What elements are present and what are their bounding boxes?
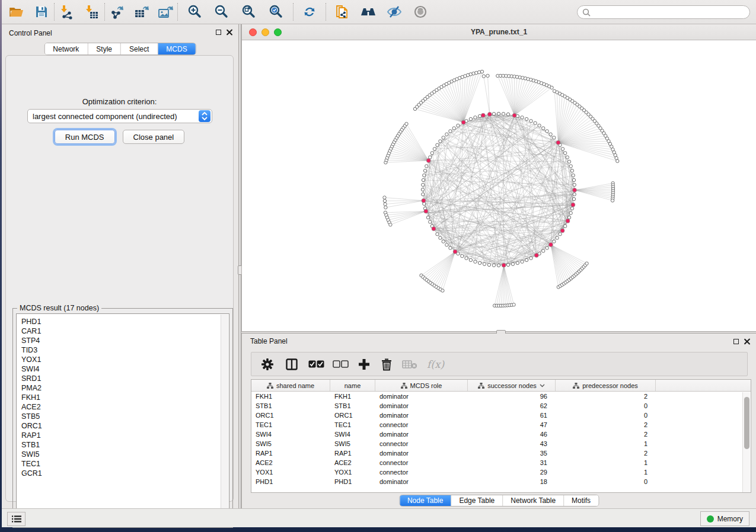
tab-select[interactable]: Select bbox=[121, 43, 158, 55]
cell-shared-name: YOX1 bbox=[251, 467, 330, 477]
cell-name: TEC1 bbox=[330, 420, 375, 430]
cell-shared-name: PHD1 bbox=[251, 477, 330, 486]
network-graph[interactable] bbox=[242, 40, 756, 331]
cell-MCDS-role: connector bbox=[375, 439, 468, 448]
toolbar-separator bbox=[326, 3, 326, 21]
zoom-fit-icon[interactable] bbox=[240, 3, 257, 21]
result-list-scrollbar[interactable] bbox=[221, 315, 228, 523]
close-panel-button[interactable]: Close panel bbox=[123, 130, 185, 144]
run-mcds-button[interactable]: Run MCDS bbox=[55, 130, 115, 144]
tab-network-table[interactable]: Network Table bbox=[503, 495, 564, 506]
mcds-result-item: SRD1 bbox=[21, 374, 224, 383]
table-scrollbar-thumb[interactable] bbox=[744, 397, 749, 449]
cell-MCDS-role: connector bbox=[375, 467, 468, 477]
cell-predecessor-nodes: 2 bbox=[556, 392, 656, 401]
mcds-result-item: TID3 bbox=[21, 345, 224, 355]
table-row-FKH1[interactable]: FKH1FKH1dominator962 bbox=[251, 392, 751, 401]
cell-MCDS-role: dominator bbox=[375, 392, 468, 401]
table-row-STB1[interactable]: STB1STB1dominator620 bbox=[251, 401, 751, 411]
show-graphics-details-icon[interactable] bbox=[412, 3, 429, 21]
tab-mcds[interactable]: MCDS bbox=[158, 43, 195, 55]
cell-shared-name: RAP1 bbox=[251, 448, 330, 458]
toolbar-separator bbox=[104, 3, 105, 21]
memory-label: Memory bbox=[717, 515, 743, 523]
show-panel-list-button[interactable] bbox=[7, 512, 25, 526]
mcds-result-item: GCR1 bbox=[21, 469, 224, 478]
tab-network[interactable]: Network bbox=[44, 43, 88, 55]
zoom-out-icon[interactable] bbox=[212, 3, 230, 21]
cell-shared-name: ACE2 bbox=[251, 458, 330, 467]
close-panel-icon[interactable] bbox=[227, 29, 232, 35]
cell-name: SWI4 bbox=[330, 430, 375, 439]
mcds-result-item: YOX1 bbox=[21, 355, 224, 364]
delete-table-icon[interactable] bbox=[402, 355, 417, 373]
control-panel: Control Panel NetworkStyleSelectMCDS Opt… bbox=[2, 24, 238, 508]
cell-shared-name: TEC1 bbox=[251, 420, 330, 430]
tab-style[interactable]: Style bbox=[88, 43, 121, 55]
column-header-successor-nodes[interactable]: successor nodes bbox=[468, 380, 556, 391]
table-row-PHD1[interactable]: PHD1PHD1dominator180 bbox=[251, 477, 751, 486]
table-row-SWI4[interactable]: SWI4SWI4dominator462 bbox=[251, 430, 751, 439]
show-column-icon[interactable] bbox=[286, 355, 298, 373]
open-file-icon[interactable] bbox=[8, 3, 25, 21]
hide-graphics-details-icon[interactable] bbox=[385, 3, 403, 21]
network-canvas[interactable] bbox=[242, 40, 756, 331]
column-header-MCDS-role[interactable]: MCDS role bbox=[375, 380, 468, 391]
mcds-result-item: CAR1 bbox=[21, 326, 224, 336]
toolbar-separator bbox=[293, 3, 294, 21]
select-all-checkboxes-icon[interactable] bbox=[308, 355, 324, 373]
table-row-SWI5[interactable]: SWI5SWI5connector431 bbox=[251, 439, 751, 448]
zoom-selected-icon[interactable] bbox=[267, 3, 285, 21]
cell-MCDS-role: dominator bbox=[375, 448, 468, 458]
function-builder-icon[interactable]: f(x) bbox=[427, 355, 444, 373]
mcds-result-item: PHD1 bbox=[21, 317, 224, 326]
export-table-icon[interactable] bbox=[132, 3, 150, 21]
add-row-icon[interactable] bbox=[358, 355, 370, 373]
export-network-icon[interactable] bbox=[109, 3, 126, 21]
tab-motifs[interactable]: Motifs bbox=[564, 495, 598, 506]
zoom-in-icon[interactable] bbox=[186, 3, 203, 21]
memory-button[interactable]: Memory bbox=[700, 511, 749, 526]
search-network-binoculars-icon[interactable] bbox=[359, 3, 377, 21]
delete-row-trash-icon[interactable] bbox=[381, 355, 393, 373]
cell-MCDS-role: dominator bbox=[375, 430, 468, 439]
column-header-name[interactable]: name bbox=[330, 380, 375, 391]
cell-successor-nodes: 96 bbox=[468, 392, 556, 401]
table-row-TEC1[interactable]: TEC1TEC1connector472 bbox=[251, 420, 751, 430]
import-table-icon[interactable] bbox=[83, 3, 101, 21]
mcds-result-item: SWI4 bbox=[21, 364, 224, 374]
global-search-field[interactable] bbox=[577, 5, 750, 19]
table-toolbar: f(x) bbox=[251, 352, 748, 376]
table-scrollbar[interactable] bbox=[742, 392, 750, 492]
criterion-dropdown[interactable]: largest connected component (undirected) bbox=[27, 109, 212, 123]
import-network-icon[interactable] bbox=[58, 3, 76, 21]
tab-edge-table[interactable]: Edge Table bbox=[451, 495, 503, 506]
deselect-all-checkboxes-icon[interactable] bbox=[333, 355, 349, 373]
cell-name: ACE2 bbox=[330, 458, 375, 467]
float-panel-icon[interactable] bbox=[216, 30, 221, 35]
column-header-predecessor-nodes[interactable]: predecessor nodes bbox=[556, 380, 656, 391]
table-row-YOX1[interactable]: YOX1YOX1connector291 bbox=[251, 467, 751, 477]
cell-successor-nodes: 18 bbox=[468, 477, 556, 486]
mcds-result-item: SWI5 bbox=[21, 450, 224, 459]
cell-predecessor-nodes: 0 bbox=[556, 401, 656, 411]
close-panel-icon[interactable] bbox=[744, 338, 750, 344]
cell-shared-name: STB1 bbox=[251, 401, 330, 411]
refresh-icon[interactable] bbox=[301, 3, 318, 21]
mcds-result-groupbox: MCDS result (17 nodes) PHD1CAR1STP4TID3Y… bbox=[12, 308, 233, 528]
cell-successor-nodes: 43 bbox=[468, 439, 556, 448]
column-header-shared-name[interactable]: shared name bbox=[251, 380, 330, 391]
table-row-ACE2[interactable]: ACE2ACE2connector311 bbox=[251, 458, 751, 467]
share-network-document-icon[interactable] bbox=[333, 3, 350, 21]
cell-MCDS-role: connector bbox=[375, 420, 468, 430]
search-input[interactable] bbox=[594, 7, 749, 18]
save-session-icon[interactable] bbox=[33, 3, 50, 21]
export-image-icon[interactable] bbox=[156, 3, 174, 21]
tab-node-table[interactable]: Node Table bbox=[400, 495, 452, 506]
cell-predecessor-nodes: 1 bbox=[556, 439, 656, 448]
float-panel-icon[interactable] bbox=[733, 339, 739, 344]
table-row-RAP1[interactable]: RAP1RAP1dominator352 bbox=[251, 448, 751, 458]
table-row-ORC1[interactable]: ORC1ORC1dominator610 bbox=[251, 411, 751, 420]
column-settings-gear-icon[interactable] bbox=[261, 355, 274, 373]
graph-nodes[interactable] bbox=[383, 70, 619, 307]
